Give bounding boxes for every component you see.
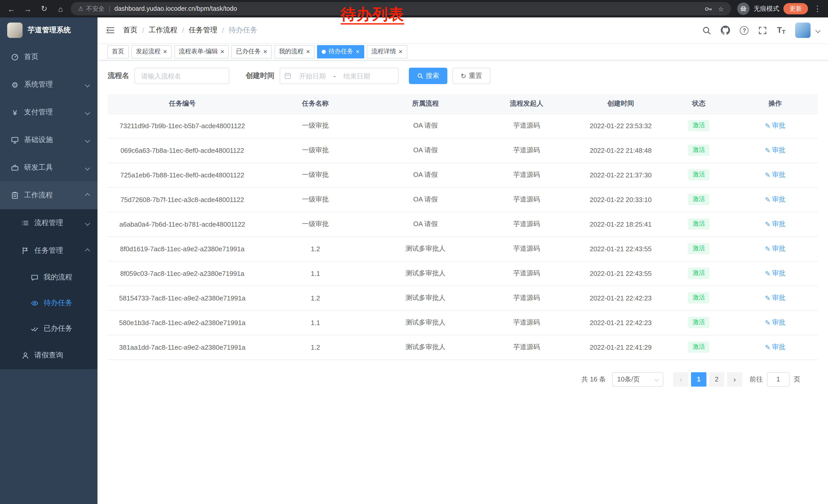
monitor-icon bbox=[10, 136, 19, 144]
cell-actions: ✎审批 bbox=[733, 310, 818, 335]
close-icon[interactable]: × bbox=[356, 48, 360, 55]
status-badge: 激活 bbox=[688, 218, 709, 229]
security-warning[interactable]: ⚠ 不安全 bbox=[78, 4, 105, 13]
sidebar-collapse-icon[interactable] bbox=[106, 26, 115, 35]
tab-my-process[interactable]: 我的流程 × bbox=[275, 45, 315, 58]
pen-icon: ✎ bbox=[765, 344, 771, 351]
goto-page-input[interactable] bbox=[767, 372, 790, 386]
process-name-input[interactable] bbox=[134, 68, 229, 84]
breadcrumb-separator: / bbox=[222, 26, 224, 34]
sidebar-item-task-management[interactable]: 任务管理 bbox=[0, 237, 97, 265]
status-badge: 激活 bbox=[688, 120, 709, 131]
page-button-1[interactable]: 1 bbox=[691, 372, 706, 386]
chevron-up-icon bbox=[85, 193, 90, 198]
font-size-icon[interactable]: TT bbox=[777, 26, 785, 35]
end-date-input[interactable] bbox=[338, 72, 376, 80]
avatar[interactable] bbox=[795, 22, 811, 38]
key-icon[interactable] bbox=[704, 5, 712, 12]
sidebar-item-workflow[interactable]: 工作流程 bbox=[0, 182, 97, 209]
sidebar-item-leave-query[interactable]: 请假查询 bbox=[0, 341, 97, 369]
status-badge: 激活 bbox=[688, 145, 709, 155]
back-icon[interactable]: ← bbox=[5, 3, 17, 15]
breadcrumb-home[interactable]: 首页 bbox=[123, 26, 137, 35]
tab-todo-tasks[interactable]: 待办任务 × bbox=[317, 45, 364, 58]
approve-link[interactable]: ✎审批 bbox=[765, 146, 785, 155]
cell-starter: 芋道源码 bbox=[477, 335, 576, 359]
close-icon[interactable]: × bbox=[220, 48, 224, 55]
next-page-button[interactable]: › bbox=[727, 372, 742, 386]
reload-icon[interactable]: ↻ bbox=[38, 3, 50, 15]
app-logo[interactable]: 芋道管理系统 bbox=[0, 17, 97, 43]
date-range-picker[interactable]: - bbox=[280, 68, 399, 84]
home-icon[interactable]: ⌂ bbox=[54, 3, 67, 15]
top-navbar: 首页 / 工作流程 / 任务管理 / 待办任务 ? bbox=[97, 17, 828, 43]
main-area: 首页 / 工作流程 / 任务管理 / 待办任务 ? bbox=[97, 17, 828, 504]
cell-starter: 芋道源码 bbox=[477, 310, 576, 335]
tab-start-process[interactable]: 发起流程 × bbox=[131, 45, 172, 58]
tab-process-detail[interactable]: 流程详情 × bbox=[367, 45, 407, 58]
cell-task-id: a6aba0a4-7b6d-11ec-b781-acde48001122 bbox=[108, 212, 257, 236]
sidebar-item-payment[interactable]: ¥ 支付管理 bbox=[0, 98, 97, 126]
approve-link[interactable]: ✎审批 bbox=[765, 293, 785, 303]
approve-link[interactable]: ✎审批 bbox=[765, 318, 785, 327]
double-check-icon bbox=[30, 325, 39, 332]
breadcrumb-task-management[interactable]: 任务管理 bbox=[189, 26, 217, 35]
sidebar-item-done-tasks[interactable]: 已办任务 bbox=[0, 316, 97, 341]
sidebar-item-my-process[interactable]: 我的流程 bbox=[0, 265, 97, 290]
sidebar-item-process-management[interactable]: 流程管理 bbox=[0, 209, 97, 237]
browser-menu-icon[interactable]: ⋮ bbox=[812, 4, 823, 13]
cell-status: 激活 bbox=[665, 286, 733, 310]
page-size-select[interactable]: 10条/页 bbox=[612, 372, 663, 386]
sidebar-item-todo-tasks[interactable]: 待办任务 bbox=[0, 290, 97, 316]
sidebar-item-infrastructure[interactable]: 基础设施 bbox=[0, 126, 97, 154]
tab-process-form-edit[interactable]: 流程表单-编辑 × bbox=[174, 45, 229, 58]
start-date-input[interactable] bbox=[293, 72, 331, 80]
forward-icon[interactable]: → bbox=[22, 3, 34, 15]
sidebar-item-system[interactable]: ⚙ 系统管理 bbox=[0, 71, 97, 98]
cell-create-time: 2022-01-21 22:43:55 bbox=[576, 261, 665, 286]
github-icon[interactable] bbox=[721, 26, 730, 35]
close-icon[interactable]: × bbox=[306, 48, 310, 55]
sidebar-item-label: 待办任务 bbox=[44, 299, 72, 308]
star-icon[interactable]: ☆ bbox=[718, 5, 724, 12]
pen-icon: ✎ bbox=[765, 294, 771, 301]
status-badge: 激活 bbox=[688, 292, 709, 303]
approve-link[interactable]: ✎审批 bbox=[765, 195, 785, 204]
search-icon[interactable] bbox=[703, 26, 711, 35]
cell-process: OA 请假 bbox=[374, 212, 477, 236]
gear-icon: ⚙ bbox=[10, 81, 19, 88]
tab-home[interactable]: 首页 bbox=[107, 45, 129, 58]
close-icon[interactable]: × bbox=[163, 48, 167, 55]
goto-page-unit: 页 bbox=[794, 374, 800, 384]
sidebar-item-devtools[interactable]: 研发工具 bbox=[0, 154, 97, 182]
approve-link[interactable]: ✎审批 bbox=[765, 121, 785, 130]
approve-link[interactable]: ✎审批 bbox=[765, 220, 785, 229]
fullscreen-icon[interactable] bbox=[758, 26, 767, 35]
search-icon bbox=[417, 73, 423, 79]
sidebar-item-home[interactable]: 首页 bbox=[0, 43, 97, 71]
status-badge: 激活 bbox=[688, 194, 709, 205]
prev-page-button[interactable]: ‹ bbox=[673, 372, 689, 386]
approve-link[interactable]: ✎审批 bbox=[765, 342, 785, 352]
col-actions: 操作 bbox=[733, 94, 818, 113]
warning-icon: ⚠ bbox=[78, 5, 84, 12]
security-label: 不安全 bbox=[86, 4, 105, 13]
close-icon[interactable]: × bbox=[263, 48, 267, 55]
chevron-down-icon[interactable] bbox=[816, 28, 821, 33]
close-icon[interactable]: × bbox=[399, 48, 403, 55]
tab-done-tasks[interactable]: 已办任务 × bbox=[232, 45, 272, 58]
reset-button[interactable]: ↻ 重置 bbox=[452, 68, 490, 84]
chat-icon bbox=[30, 274, 39, 281]
flag-icon bbox=[20, 246, 30, 255]
cell-task-id: 75d72608-7b7f-11ec-a3c8-acde48001122 bbox=[108, 187, 257, 212]
help-icon[interactable]: ? bbox=[740, 26, 749, 35]
breadcrumb-workflow[interactable]: 工作流程 bbox=[149, 26, 177, 35]
approve-link[interactable]: ✎审批 bbox=[765, 244, 785, 253]
approve-link[interactable]: ✎审批 bbox=[765, 269, 785, 278]
cell-process: 测试多审批人 bbox=[374, 261, 477, 286]
page-button-2[interactable]: 2 bbox=[709, 372, 724, 386]
update-button[interactable]: 更新 bbox=[783, 3, 808, 14]
search-button[interactable]: 搜索 bbox=[409, 68, 447, 84]
cell-task-name: 一级审批 bbox=[257, 163, 374, 187]
approve-link[interactable]: ✎审批 bbox=[765, 170, 785, 179]
